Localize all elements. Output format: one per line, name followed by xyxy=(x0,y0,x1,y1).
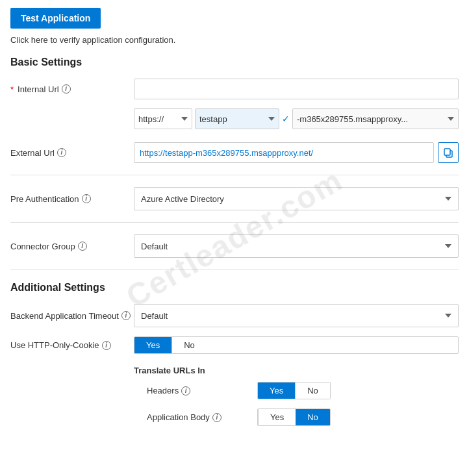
additional-settings-title: Additional Settings xyxy=(10,282,459,294)
headers-label: Headers i xyxy=(147,386,257,395)
domain-select[interactable]: -m365x289755.msappproxy... xyxy=(292,108,459,129)
pre-auth-row: Pre Authentication i Azure Active Direct… xyxy=(10,187,459,210)
internal-url-info-icon[interactable]: i xyxy=(62,84,71,94)
required-indicator: * xyxy=(10,84,14,94)
translate-urls-title: Translate URLs In xyxy=(134,366,459,375)
connector-group-label: Connector Group i xyxy=(10,242,134,251)
divider-1 xyxy=(10,175,459,175)
internal-url-control xyxy=(134,79,459,99)
pre-auth-info-icon[interactable]: i xyxy=(82,194,91,203)
internal-url-label-text: Internal Url xyxy=(18,84,59,94)
headers-label-text: Headers xyxy=(147,386,179,395)
pre-auth-label: Pre Authentication i xyxy=(10,194,134,204)
connector-group-row: Connector Group i Default xyxy=(10,234,459,258)
url-parts-selects: https:// http:// testapp ✓ -m365x289755.… xyxy=(134,108,459,129)
test-application-button[interactable]: Test Application xyxy=(10,8,101,29)
internal-url-label: * Internal Url i xyxy=(10,84,134,94)
url-parts-control: https:// http:// testapp ✓ -m365x289755.… xyxy=(134,108,459,133)
external-url-control xyxy=(134,142,459,163)
http-cookie-info-icon[interactable]: i xyxy=(102,341,111,350)
http-cookie-no-button[interactable]: No xyxy=(171,337,207,353)
connector-group-info-icon[interactable]: i xyxy=(78,242,87,251)
app-name-select[interactable]: testapp xyxy=(195,108,279,129)
external-url-info-icon[interactable]: i xyxy=(57,148,66,157)
divider-3 xyxy=(10,269,459,270)
app-body-info-icon[interactable]: i xyxy=(212,413,222,422)
backend-timeout-control: Default Long xyxy=(134,304,459,327)
divider-2 xyxy=(10,222,459,223)
external-url-label: External Url i xyxy=(10,148,134,158)
http-cookie-toggle-group: Yes No xyxy=(134,336,459,354)
backend-timeout-label: Backend Application Timeout i xyxy=(10,311,134,321)
connector-group-control: Default xyxy=(134,234,459,258)
url-parts-row: https:// http:// testapp ✓ -m365x289755.… xyxy=(10,108,459,133)
backend-timeout-info-icon[interactable]: i xyxy=(121,311,131,320)
protocol-select[interactable]: https:// http:// xyxy=(134,108,192,129)
svg-rect-1 xyxy=(444,149,450,155)
backend-timeout-label-text: Backend Application Timeout xyxy=(10,311,119,321)
app-body-toggle-group: Yes No xyxy=(257,408,331,426)
pre-auth-select[interactable]: Azure Active Directory Passthrough xyxy=(134,187,459,210)
connector-group-select[interactable]: Default xyxy=(134,234,459,258)
app-body-label: Application Body i xyxy=(147,412,257,422)
translate-urls-content: Translate URLs In Headers i Yes No Appli… xyxy=(134,363,459,435)
external-url-input[interactable] xyxy=(134,142,434,163)
internal-url-input[interactable] xyxy=(134,79,459,99)
headers-info-icon[interactable]: i xyxy=(181,386,190,395)
headers-toggle-group: Yes No xyxy=(257,382,331,399)
translate-urls-section: Translate URLs In Headers i Yes No Appli… xyxy=(10,363,459,435)
http-cookie-yes-button[interactable]: Yes xyxy=(134,337,171,353)
copy-url-button[interactable] xyxy=(438,142,459,163)
backend-timeout-select[interactable]: Default Long xyxy=(134,304,459,327)
pre-auth-control: Azure Active Directory Passthrough xyxy=(134,187,459,210)
subtitle-text: Click here to verify application configu… xyxy=(10,35,459,45)
http-cookie-control: Yes No xyxy=(134,336,459,354)
app-body-row: Application Body i Yes No xyxy=(134,408,459,426)
app-body-yes-button[interactable]: Yes xyxy=(258,409,296,425)
headers-no-button[interactable]: No xyxy=(295,382,330,399)
http-cookie-row: Use HTTP-Only-Cookie i Yes No xyxy=(10,336,459,354)
headers-row: Headers i Yes No xyxy=(134,382,459,399)
app-body-label-text: Application Body xyxy=(147,412,210,422)
connector-group-label-text: Connector Group xyxy=(10,242,75,251)
headers-yes-button[interactable]: Yes xyxy=(258,382,295,399)
external-url-row: External Url i xyxy=(10,142,459,163)
http-cookie-label: Use HTTP-Only-Cookie i xyxy=(10,340,134,350)
pre-auth-label-text: Pre Authentication xyxy=(10,194,79,204)
backend-timeout-row: Backend Application Timeout i Default Lo… xyxy=(10,304,459,327)
external-url-label-text: External Url xyxy=(10,148,55,158)
http-cookie-label-text: Use HTTP-Only-Cookie xyxy=(10,340,99,350)
app-body-no-button[interactable]: No xyxy=(296,409,330,425)
app-name-check-icon: ✓ xyxy=(282,114,290,124)
internal-url-row: * Internal Url i xyxy=(10,79,459,99)
basic-settings-title: Basic Settings xyxy=(10,56,459,68)
external-url-field-group xyxy=(134,142,459,163)
copy-icon xyxy=(443,147,453,158)
